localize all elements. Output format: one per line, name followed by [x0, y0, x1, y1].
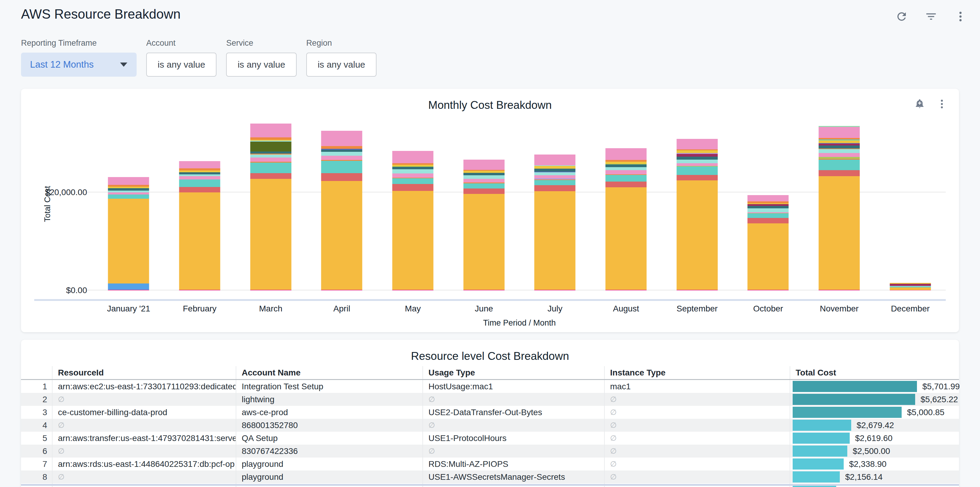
row-number[interactable]: 3 [21, 406, 52, 419]
bar-segment-pink[interactable] [606, 148, 647, 160]
bar-segment-pink[interactable] [321, 156, 363, 160]
bar-segment-red[interactable] [179, 187, 220, 192]
bar-segment-magenta[interactable] [676, 290, 718, 291]
bar-segment-paleteal[interactable] [606, 167, 647, 170]
bar-segment-darkteal[interactable] [535, 169, 576, 172]
bar-segment-teal[interactable] [535, 180, 576, 185]
bar-segment-orange[interactable] [321, 146, 363, 149]
bar-segment-darkteal[interactable] [108, 188, 149, 190]
cell-account-name[interactable]: QA Setup [236, 432, 422, 445]
bar-segment-teal[interactable] [463, 184, 504, 188]
bar-segment-maroon[interactable] [889, 284, 931, 286]
bar-segment-amber[interactable] [535, 191, 576, 290]
bar-segment-paleteal[interactable] [748, 208, 789, 212]
bar-segment-pink[interactable] [535, 175, 576, 178]
bar-segment-darkteal[interactable] [606, 164, 647, 168]
cell-usage-type[interactable]: USE1-ProtocolHours [422, 432, 604, 445]
bar-segment-amber[interactable] [676, 180, 718, 290]
table-row[interactable]: 8∅playgroundUSE1-AWSSecretsManager-Secre… [21, 471, 959, 484]
stacked-bar-January '21[interactable] [108, 177, 149, 291]
bar-segment-amber[interactable] [889, 287, 931, 290]
bar-segment-red[interactable] [676, 175, 718, 180]
cell-instance-type[interactable]: ∅ [604, 419, 790, 432]
bar-segment-paleteal[interactable] [321, 152, 363, 155]
bar-segment-magenta[interactable] [889, 290, 931, 291]
bar-segment-red[interactable] [463, 188, 504, 194]
bar-segment-pink[interactable] [676, 163, 718, 166]
col-header-account-name[interactable]: Account Name [236, 366, 422, 379]
bar-segment-olive[interactable] [250, 142, 291, 152]
bar-segment-darkteal[interactable] [819, 145, 860, 148]
bar-segment-paleteal[interactable] [819, 149, 860, 153]
bar-segment-pink[interactable] [393, 174, 434, 178]
bar-segment-amber[interactable] [321, 181, 363, 290]
bar-segment-pink[interactable] [819, 127, 860, 138]
bar-segment-teal[interactable] [606, 175, 647, 182]
bar-segment-pink[interactable] [463, 160, 504, 170]
bar-segment-darkteal[interactable] [393, 167, 434, 169]
bar-segment-paleteal[interactable] [535, 172, 576, 175]
row-number[interactable]: 6 [21, 445, 52, 458]
region-filter-button[interactable]: is any value [306, 53, 377, 77]
bar-segment-blue[interactable] [108, 284, 149, 289]
stacked-bar-December[interactable] [889, 283, 931, 291]
kebab-menu-icon[interactable] [954, 10, 967, 23]
cell-usage-type[interactable]: ∅ [422, 445, 604, 458]
bar-segment-amber[interactable] [108, 199, 149, 284]
cell-instance-type[interactable]: ∅ [604, 432, 790, 445]
row-number[interactable]: 8 [21, 471, 52, 484]
col-header-total-cost[interactable]: Total Cost [790, 366, 959, 379]
stacked-bar-March[interactable] [250, 123, 291, 291]
bar-segment-pink[interactable] [179, 176, 220, 179]
cell-account-name[interactable]: aws-ce-prod [236, 406, 422, 419]
bar-segment-darkteal[interactable] [748, 206, 789, 208]
bar-segment-magenta[interactable] [819, 290, 860, 291]
bar-segment-darkteal[interactable] [463, 173, 504, 175]
cell-total-cost[interactable]: $5,625.22 [790, 393, 959, 406]
cell-usage-type[interactable]: USE1-AWSSecretsManager-Secrets [422, 471, 604, 484]
bar-segment-paleteal[interactable] [393, 169, 434, 174]
bar-segment-pink[interactable] [108, 177, 149, 185]
cell-instance-type[interactable]: mac1 [604, 380, 790, 393]
row-number[interactable]: 5 [21, 432, 52, 445]
cell-usage-type[interactable]: RDS:Multi-AZ-PIOPS [422, 458, 604, 471]
cell-resource-id[interactable]: ∅ [52, 419, 236, 432]
bar-segment-amber[interactable] [819, 176, 860, 290]
stacked-bar-July[interactable] [535, 155, 576, 291]
cell-account-name[interactable]: playground [236, 458, 422, 471]
row-number[interactable]: 2 [21, 393, 52, 406]
bar-segment-pink[interactable] [676, 139, 718, 150]
bar-segment-red[interactable] [748, 218, 789, 224]
table-row[interactable]: 5arn:aws:transfer:us-east-1:479370281431… [21, 432, 959, 445]
cell-usage-type[interactable]: ∅ [422, 419, 604, 432]
bar-segment-red[interactable] [393, 184, 434, 191]
cell-resource-id[interactable]: arn:aws:transfer:us-east-1:479370281431:… [52, 432, 236, 445]
timeframe-dropdown[interactable]: Last 12 Months [21, 53, 137, 77]
stacked-bar-June[interactable] [463, 160, 504, 291]
cell-total-cost[interactable]: $2,338.90 [790, 458, 959, 471]
cell-total-cost[interactable]: $5,701.99 [790, 380, 959, 393]
bar-segment-darkteal[interactable] [676, 156, 718, 160]
bar-segment-orange[interactable] [179, 168, 220, 171]
cell-resource-id[interactable]: ∅ [52, 393, 236, 406]
bar-segment-teal[interactable] [748, 214, 789, 218]
stacked-bar-February[interactable] [179, 161, 220, 291]
bar-segment-teal[interactable] [676, 166, 718, 175]
bar-segment-magenta[interactable] [179, 290, 220, 291]
cell-usage-type[interactable]: USE2-DataTransfer-Out-Bytes [422, 406, 604, 419]
cell-resource-id[interactable]: arn:aws:ec2:us-east-1:733017110293:dedic… [52, 380, 236, 393]
cell-total-cost[interactable]: $2,619.60 [790, 432, 959, 445]
bar-segment-amber[interactable] [463, 194, 504, 290]
bar-segment-pink[interactable] [535, 155, 576, 165]
cell-usage-type[interactable]: HostUsage:mac1 [422, 380, 604, 393]
bar-segment-amber[interactable] [179, 192, 220, 290]
bar-segment-darkteal[interactable] [179, 172, 220, 174]
cell-instance-type[interactable]: ∅ [604, 445, 790, 458]
bar-segment-red[interactable] [819, 170, 860, 176]
bar-segment-magenta[interactable] [463, 290, 504, 291]
cell-resource-id[interactable]: ∅ [52, 471, 236, 484]
cell-resource-id[interactable]: ce-customer-billing-data-prod [52, 406, 236, 419]
table-row[interactable]: 1arn:aws:ec2:us-east-1:733017110293:dedi… [21, 380, 959, 393]
bar-segment-pink[interactable] [748, 195, 789, 201]
bar-segment-gold[interactable] [676, 150, 718, 153]
